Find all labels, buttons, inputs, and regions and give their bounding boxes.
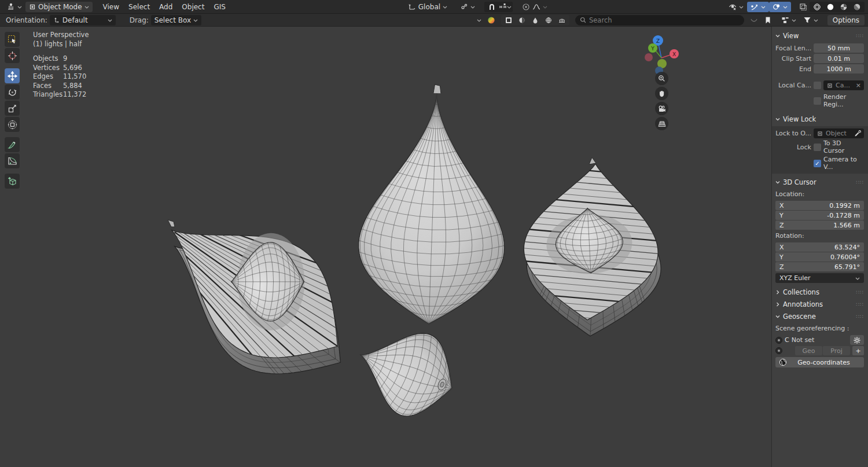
editor-type-button[interactable]: [3, 2, 25, 12]
snap-settings-dropdown[interactable]: [499, 2, 512, 12]
bookmark-icon[interactable]: [764, 16, 772, 24]
proj-radio[interactable]: [775, 347, 782, 354]
stat-value: 9: [63, 54, 67, 64]
menu-gis[interactable]: GIS: [209, 3, 230, 11]
search-icon: [580, 17, 586, 24]
local-camera-checkbox[interactable]: [814, 82, 821, 89]
show-object-types-dropdown[interactable]: [725, 2, 747, 12]
tool-rotate[interactable]: [5, 84, 20, 100]
pivot-point-dropdown[interactable]: [457, 2, 479, 12]
rotation-mode-dropdown[interactable]: XYZ Euler: [775, 273, 864, 283]
shading-sphere-button[interactable]: [516, 15, 528, 25]
paint-drop-button[interactable]: [529, 15, 542, 25]
globe-icon: [545, 17, 552, 24]
gizmos-toggle[interactable]: [747, 2, 769, 12]
hsv-sphere-icon[interactable]: [487, 16, 495, 24]
clip-start-field[interactable]: 0.01 m: [814, 54, 864, 63]
tool-measure[interactable]: [5, 153, 20, 168]
menu-select[interactable]: Select: [124, 3, 155, 11]
menu-add[interactable]: Add: [155, 3, 177, 11]
panel-grip-icon[interactable]: ∷∷: [856, 314, 864, 319]
mode-dropdown[interactable]: Object Mode: [25, 2, 93, 12]
clip-end-field[interactable]: 1000 m: [814, 64, 864, 73]
panel-grip-icon[interactable]: ∷∷: [856, 179, 864, 185]
display-mode-dropdown[interactable]: [778, 15, 800, 25]
search-input[interactable]: [589, 16, 740, 24]
camera-view-button[interactable]: [655, 102, 668, 115]
shading-wireframe-button[interactable]: [811, 2, 823, 12]
tool-cursor[interactable]: [5, 48, 20, 63]
focal-length-field[interactable]: 50 mm: [814, 43, 864, 53]
lock-to-object-label: Lock to O...: [775, 130, 811, 137]
tool-move[interactable]: [5, 68, 20, 83]
perspective-toggle-button[interactable]: [655, 117, 668, 130]
viewport-3d[interactable]: User Perspective (1) lights | half Objec…: [0, 27, 771, 467]
cursor-location-x[interactable]: X0.1992 m: [775, 201, 864, 210]
pan-hand-button[interactable]: [655, 87, 668, 100]
search-box[interactable]: [575, 15, 744, 25]
tool-transform[interactable]: [5, 117, 20, 132]
curve-falloff-icon[interactable]: [750, 16, 758, 24]
panel-header-geoscene[interactable]: Geoscene ∷∷: [775, 310, 864, 322]
globe-button[interactable]: [542, 15, 555, 25]
geo-coordinates-button[interactable]: Geo-coordinates: [775, 357, 864, 367]
panel-header-view[interactable]: View ∷∷: [775, 30, 864, 42]
proportional-edit-toggle[interactable]: [518, 2, 551, 12]
crs-radio[interactable]: [775, 337, 782, 344]
orientation-setting-label: Orientation:: [3, 16, 50, 24]
clear-x-icon[interactable]: ×: [856, 82, 861, 89]
panel-header-3d-cursor[interactable]: 3D Cursor ∷∷: [775, 176, 864, 188]
eyedropper-icon[interactable]: [854, 130, 861, 137]
cursor-rotation-z[interactable]: Z65.791°: [775, 262, 864, 271]
add-crs-button[interactable]: +: [852, 346, 864, 355]
bridge-tool-button[interactable]: [556, 15, 568, 25]
local-camera-field[interactable]: Ca... ×: [823, 80, 864, 90]
geo-button[interactable]: Geo: [795, 346, 822, 355]
panel-title: Geoscene: [783, 312, 816, 321]
chevron-down-icon[interactable]: [477, 18, 481, 23]
filter-dropdown[interactable]: [800, 15, 822, 25]
panel-header-view-lock[interactable]: View Lock: [775, 113, 864, 125]
mode-label: Object Mode: [38, 3, 82, 11]
tool-scale[interactable]: [5, 101, 20, 116]
object-data-icon: [816, 130, 823, 137]
snap-toggle[interactable]: [486, 2, 498, 12]
shading-material-button[interactable]: [837, 2, 850, 12]
basemap-square-button[interactable]: [502, 15, 515, 25]
overlays-toggle[interactable]: [769, 2, 791, 12]
menu-view[interactable]: View: [98, 3, 124, 11]
chevron-down-icon: [17, 5, 22, 9]
shading-solid-button[interactable]: [824, 2, 837, 12]
panel-grip-icon[interactable]: ∷∷: [856, 301, 864, 307]
menu-object[interactable]: Object: [177, 3, 209, 11]
drag-setting-dropdown[interactable]: Select Box: [151, 15, 201, 25]
orientation-setting-dropdown[interactable]: Default: [50, 15, 116, 25]
local-camera-label: Local Ca...: [775, 82, 811, 89]
tool-select-box[interactable]: [5, 32, 20, 47]
lock-to-object-placeholder: Object: [826, 130, 847, 137]
tool-add-cube[interactable]: [5, 174, 20, 189]
render-region-checkbox[interactable]: [814, 97, 821, 105]
panel-header-collections[interactable]: Collections ∷∷: [775, 286, 864, 298]
proj-button[interactable]: Proj: [823, 346, 850, 355]
lock-to-object-field[interactable]: Object: [814, 128, 864, 138]
panel-header-annotations[interactable]: Annotations ∷∷: [775, 298, 864, 310]
camera-to-view-checkbox[interactable]: ✓: [814, 160, 821, 167]
panel-expand-icon: [775, 34, 780, 38]
panel-grip-icon[interactable]: ∷∷: [856, 289, 864, 295]
shading-rendered-button[interactable]: [851, 2, 863, 12]
cursor-rotation-x[interactable]: X63.524°: [775, 242, 864, 252]
lock-3d-cursor-checkbox[interactable]: [814, 144, 821, 151]
cursor-rotation-y[interactable]: Y0.76004°: [775, 252, 864, 262]
transform-orientation-dropdown[interactable]: Global: [404, 2, 451, 12]
crs-settings-button[interactable]: [850, 335, 864, 345]
zoom-button[interactable]: [655, 72, 668, 85]
gizmo-axis-neg-x[interactable]: [645, 53, 653, 61]
panel-grip-icon[interactable]: ∷∷: [856, 33, 864, 39]
cursor-location-y[interactable]: Y-0.1728 m: [775, 211, 864, 220]
xray-toggle[interactable]: [797, 2, 810, 12]
tool-annotate[interactable]: [5, 137, 20, 152]
options-button[interactable]: Options: [827, 15, 865, 25]
cursor-location-z[interactable]: Z1.566 m: [775, 220, 864, 230]
avocado-half-left: [130, 170, 399, 431]
